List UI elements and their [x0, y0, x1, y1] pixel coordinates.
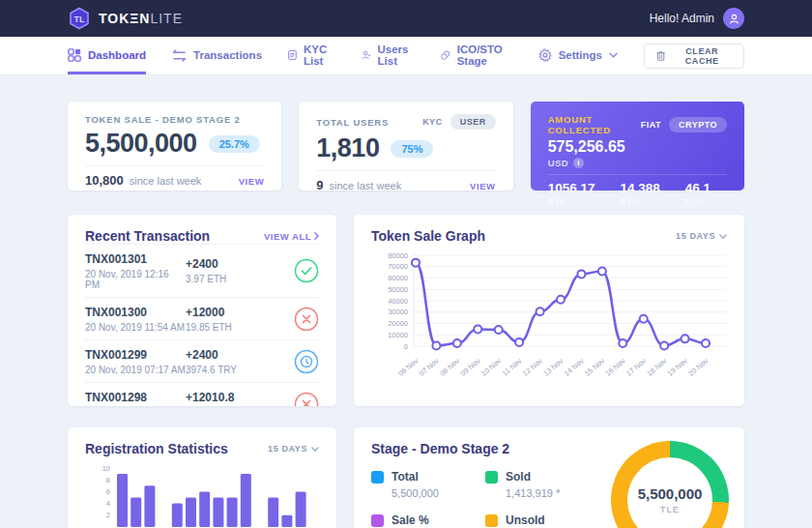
svg-text:4: 4 [106, 499, 110, 508]
svg-text:17 Nov: 17 Nov [624, 356, 648, 377]
nav-item-ico-sto-stage[interactable]: ICO/STO Stage [441, 37, 512, 74]
transaction-amount: +12000 [186, 306, 294, 319]
transaction-amount: +12010.8 [186, 391, 294, 404]
legend-swatch-sale-percent [371, 514, 384, 527]
svg-text:80000: 80000 [388, 251, 408, 260]
svg-text:19 Nov: 19 Nov [666, 356, 689, 377]
token-sale-percent-badge: 25.7% [209, 135, 260, 153]
total-users-view-link[interactable]: VIEW [470, 181, 496, 191]
svg-text:50000: 50000 [388, 285, 408, 294]
stats-row: TOKEN SALE - DEMO STAGE 2 5,500,000 25.7… [68, 102, 744, 191]
svg-text:07 Nov: 07 Nov [418, 356, 441, 377]
svg-text:15 Nov: 15 Nov [583, 356, 606, 377]
user-avatar[interactable] [723, 8, 744, 29]
token-sale-value: 5,500,000 [85, 129, 197, 159]
chevron-down-icon [719, 234, 727, 239]
svg-text:20 Nov: 20 Nov [686, 356, 710, 377]
toggle-kyc[interactable]: KYC [422, 117, 443, 127]
middle-row: Recent Transaction VIEW ALL TNX001301 20… [68, 215, 744, 406]
svg-text:08 Nov: 08 Nov [438, 356, 461, 377]
brand-logo[interactable]: TL TOKΞNLITE [68, 7, 183, 30]
token-sale-delta-caption: since last week [130, 175, 239, 187]
legend-item-unsold: Unsold 4,086,082 [485, 513, 599, 528]
btc-value: 14.388 [620, 181, 659, 195]
svg-text:TL: TL [74, 15, 85, 24]
svg-text:18 Nov: 18 Nov [645, 356, 668, 377]
chevron-right-icon [314, 232, 319, 240]
legend-item-sold: Sold 1,413,919 * [485, 470, 599, 499]
amount-collected-card: AMOUNT COLLECTED FIAT CRYPTO 575,256.65 … [531, 102, 744, 191]
token-sale-delta: 10,800 [85, 173, 124, 188]
ltc-unit: LTC [685, 196, 710, 206]
transaction-id: TNX001299 [85, 348, 186, 362]
nav-item-settings[interactable]: Settings [538, 37, 618, 74]
svg-text:30000: 30000 [388, 308, 408, 316]
eth-unit: ETH [548, 196, 595, 206]
legend-label: Sale % [392, 513, 429, 527]
transaction-date: 20 Nov, 2019 07:17 AM [85, 365, 186, 375]
toggle-user[interactable]: USER [450, 114, 496, 130]
svg-text:40000: 40000 [388, 297, 408, 306]
svg-text:0: 0 [404, 342, 408, 351]
period-label: 15 DAYS [268, 444, 307, 454]
transaction-row[interactable]: TNX001300 20 Nov, 2019 11:54 AM +12000 1… [85, 297, 319, 339]
recent-transactions-card: Recent Transaction VIEW ALL TNX001301 20… [68, 215, 336, 406]
nav-item-users-list[interactable]: Users List [362, 37, 415, 74]
token-sale-line-chart: 0100002000030000400005000060000700008000… [371, 249, 727, 383]
crypto-ltc: 46.1 LTC [685, 181, 710, 206]
crypto-btc: 14.388 BTC [620, 181, 659, 206]
trash-icon [656, 49, 665, 62]
line-chart-period-dropdown[interactable]: 15 DAYS [676, 231, 727, 241]
bar-chart-period-dropdown[interactable]: 15 DAYS [268, 444, 319, 454]
legend-item-total: Total 5,500,000 [371, 470, 485, 499]
legend-swatch-unsold [485, 514, 498, 527]
svg-text:2: 2 [106, 511, 110, 519]
transaction-id: TNX001300 [85, 306, 186, 319]
transaction-row[interactable]: TNX001298 20 Nov, 2019 05:18 AM +12010.8… [85, 382, 319, 406]
svg-text:70000: 70000 [388, 262, 408, 271]
info-icon[interactable]: i [573, 158, 584, 168]
legend-label: Total [392, 470, 419, 484]
donut-center-value: 5,500,000 [638, 485, 703, 502]
clear-cache-button[interactable]: CLEAR CACHE [644, 44, 744, 69]
svg-text:20000: 20000 [388, 319, 408, 328]
svg-text:8: 8 [106, 476, 110, 484]
total-users-title: TOTAL USERS [316, 117, 389, 128]
amount-collected-title: AMOUNT COLLECTED [548, 114, 641, 135]
legend-swatch-total [371, 471, 384, 484]
users-kyc-toggle: KYC USER [422, 114, 496, 130]
token-sale-card: TOKEN SALE - DEMO STAGE 2 5,500,000 25.7… [68, 102, 281, 191]
chevron-down-icon [609, 52, 618, 58]
period-label: 15 DAYS [676, 231, 715, 241]
total-users-value: 1,810 [316, 133, 379, 163]
toggle-fiat[interactable]: FIAT [641, 120, 661, 130]
registration-bar-chart: 108642 [85, 462, 319, 528]
view-all-link[interactable]: VIEW ALL [264, 231, 319, 242]
transaction-crypto-amount: 19.85 ETH [186, 322, 294, 333]
greeting-text: Hello! Admin [650, 12, 714, 25]
transaction-row[interactable]: TNX001299 20 Nov, 2019 07:17 AM +2400 39… [85, 339, 319, 382]
svg-text:10000: 10000 [388, 331, 408, 339]
total-users-card: TOTAL USERS KYC USER 1,810 75% 9 since l… [299, 102, 512, 191]
token-sale-view-link[interactable]: VIEW [239, 176, 265, 187]
nav-item-kyc-list[interactable]: KYC List [288, 37, 335, 74]
token-sale-graph-title: Token Sale Graph [371, 228, 485, 244]
view-all-label: VIEW ALL [264, 231, 311, 242]
crypto-eth: 1056.17 ETH [548, 181, 595, 206]
stage-card: Stage - Demo Stage 2 Total 5,500,000 Sol… [354, 427, 744, 528]
chevron-down-icon [311, 447, 319, 452]
nav-label: Settings [559, 49, 602, 61]
transaction-amount: +2400 [186, 257, 294, 271]
transaction-row[interactable]: TNX001301 20 Nov, 2019 12:16 PM +2400 3.… [85, 244, 319, 297]
topbar: TL TOKΞNLITE Hello! Admin [0, 0, 812, 37]
main-nav: Dashboard Transactions KYC List Users Li… [0, 37, 812, 75]
toggle-crypto[interactable]: CRYPTO [669, 117, 727, 132]
amount-currency: USD [548, 158, 569, 168]
nav-item-dashboard[interactable]: Dashboard [68, 37, 146, 74]
coins-icon [441, 48, 450, 62]
users-icon [362, 48, 371, 62]
svg-text:10 Nov: 10 Nov [479, 356, 503, 377]
transaction-date: 20 Nov, 2019 12:16 PM [85, 269, 186, 290]
svg-text:14 Nov: 14 Nov [563, 356, 586, 377]
nav-item-transactions[interactable]: Transactions [172, 37, 262, 74]
